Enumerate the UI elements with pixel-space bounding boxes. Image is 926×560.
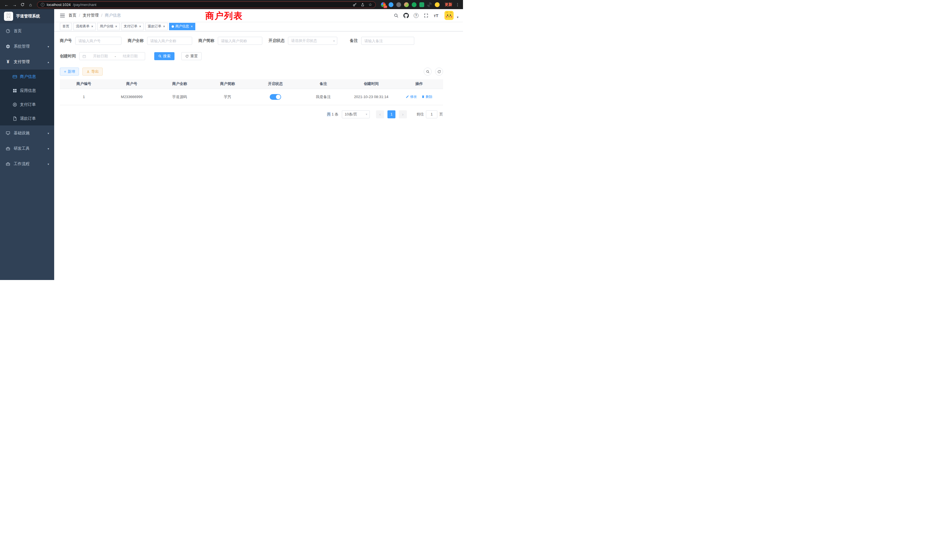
tab-user-group[interactable]: 用户分组 — [97, 23, 120, 30]
page-number-1[interactable]: 1 — [387, 110, 395, 118]
tab-close-icon[interactable] — [163, 25, 165, 28]
export-button[interactable]: 导出 — [82, 68, 103, 76]
page-size-select[interactable]: 10条/页 — [342, 110, 370, 118]
add-button[interactable]: 新增 — [60, 68, 79, 76]
sidebar-item-dev-tools[interactable]: 研发工具 — [0, 141, 54, 156]
tab-home[interactable]: 首页 — [60, 23, 72, 30]
browser-back-icon[interactable]: ← — [3, 1, 10, 8]
browser-home-icon[interactable]: ⌂ — [27, 1, 34, 8]
sidebar-item-workflow[interactable]: 工作流程 — [0, 156, 54, 172]
hamburger-icon[interactable] — [57, 11, 67, 20]
avatar-caret-icon[interactable] — [457, 15, 458, 19]
breadcrumb-home[interactable]: 首页 — [68, 13, 76, 18]
fullscreen-icon[interactable] — [422, 12, 430, 19]
extension-icon[interactable]: 10 — [381, 2, 386, 7]
address-bar[interactable]: localhost:1024 /pay/merchant — [37, 2, 376, 8]
payment-submenu: 商户信息 应用信息 支付订单 退款订单 — [0, 70, 54, 126]
sidebar-item-home[interactable]: 首页 — [0, 23, 54, 39]
sidebar-item-pay-order[interactable]: 支付订单 — [0, 97, 54, 112]
chevron-down-icon — [48, 45, 49, 48]
table-header-row: 商户编号 商户号 商户全称 商户简称 开启状态 备注 创建时间 操作 — [60, 79, 443, 89]
reset-button[interactable]: 重置 — [181, 52, 201, 60]
breadcrumb-payment[interactable]: 支付管理 — [83, 13, 98, 18]
sidebar-item-system[interactable]: 系统管理 — [0, 39, 54, 54]
tab-close-icon[interactable] — [139, 25, 141, 28]
extension-icon[interactable] — [412, 2, 416, 7]
url-path: /pay/merchant — [73, 3, 96, 7]
page-content: 商户号 商户全称 商户简称 开启状态 请选择开启状态 — [54, 31, 463, 280]
tab-refund-order[interactable]: 退款订单 — [145, 23, 168, 30]
extension-icon[interactable] — [389, 2, 393, 7]
status-select[interactable]: 请选择开启状态 — [288, 37, 337, 45]
url-host: localhost:1024 — [47, 3, 71, 7]
date-end-placeholder[interactable]: 结束日期 — [119, 54, 142, 59]
next-page-button[interactable] — [399, 110, 407, 118]
prev-page-button[interactable] — [376, 110, 384, 118]
col-short-name: 商户简称 — [204, 79, 251, 89]
cell-short-name: 芋艿 — [204, 89, 251, 105]
tab-pay-order[interactable]: 支付订单 — [121, 23, 144, 30]
merchant-no-label: 商户号 — [60, 38, 72, 43]
github-icon[interactable] — [402, 12, 410, 19]
goto-label: 前往 — [416, 112, 424, 117]
header-search-icon[interactable] — [392, 12, 400, 19]
site-info-icon[interactable] — [41, 3, 44, 6]
extension-badge: 10 — [383, 5, 387, 8]
breadcrumb-current: 商户信息 — [105, 13, 121, 18]
chevron-down-icon — [333, 39, 335, 42]
tab-process-form[interactable]: 流程表单 — [73, 23, 96, 30]
cell-full-name: 芋道源码 — [156, 89, 204, 105]
share-icon[interactable] — [361, 3, 365, 7]
search-button[interactable]: 搜索 — [154, 52, 174, 60]
merchant-no-input[interactable] — [75, 37, 121, 45]
extension-icon[interactable] — [435, 2, 440, 7]
col-merchant-no: 商户号 — [108, 79, 156, 89]
bookmark-star-icon[interactable] — [368, 2, 372, 7]
breadcrumb: 首页 / 支付管理 / 商户信息 — [68, 13, 121, 18]
extension-icon[interactable] — [427, 2, 432, 7]
delete-link[interactable]: 删除 — [421, 94, 433, 99]
remark-input[interactable] — [361, 37, 414, 45]
font-size-icon[interactable] — [432, 12, 440, 19]
edit-pencil-icon — [406, 95, 409, 98]
browser-menu-icon[interactable] — [455, 2, 460, 7]
avatar[interactable] — [445, 11, 454, 20]
col-actions: 操作 — [395, 79, 443, 89]
sidebar-item-app-info[interactable]: 应用信息 — [0, 83, 54, 97]
sidebar-item-infrastructure[interactable]: 基础设施 — [0, 126, 54, 141]
browser-update-button[interactable]: 更新 — [442, 2, 454, 7]
password-key-icon[interactable] — [353, 3, 357, 7]
extension-icon[interactable] — [396, 2, 401, 7]
edit-link[interactable]: 修改 — [406, 94, 417, 99]
sidebar-item-payment[interactable]: ¥ 支付管理 — [0, 54, 54, 70]
status-toggle[interactable] — [270, 94, 281, 100]
breadcrumb-separator: / — [101, 13, 102, 18]
short-name-input[interactable] — [218, 37, 262, 45]
goto-page-input[interactable] — [426, 110, 437, 118]
cell-create-time: 2021-10-23 08:31:14 — [347, 89, 395, 105]
tab-merchant-info[interactable]: 商户信息 — [169, 23, 195, 30]
help-icon[interactable] — [412, 12, 420, 19]
date-start-placeholder[interactable]: 开始日期 — [89, 54, 112, 59]
app-logo-row[interactable]: 芋道管理系统 — [0, 9, 54, 23]
extension-icon[interactable] — [419, 2, 424, 7]
full-name-input[interactable] — [147, 37, 192, 45]
tab-close-icon[interactable] — [115, 25, 117, 28]
status-label: 开启状态 — [269, 38, 284, 43]
sidebar-item-merchant-info[interactable]: 商户信息 — [0, 70, 54, 83]
tab-close-icon[interactable] — [191, 25, 193, 28]
search-icon — [158, 54, 162, 58]
tab-close-icon[interactable] — [91, 25, 93, 28]
app-logo — [4, 12, 13, 21]
col-remark: 备注 — [300, 79, 347, 89]
refresh-table-button[interactable] — [435, 68, 443, 76]
toggle-search-button[interactable] — [424, 68, 432, 76]
browser-reload-icon[interactable] — [19, 1, 26, 8]
briefcase-icon — [6, 162, 10, 166]
sidebar-item-refund-order[interactable]: 退款订单 — [0, 112, 54, 126]
browser-forward-icon[interactable]: → — [11, 1, 18, 8]
extension-icon[interactable] — [404, 2, 409, 7]
navbar-actions — [392, 11, 458, 20]
bank-card-icon — [12, 74, 17, 79]
date-range-picker[interactable]: 开始日期 - 结束日期 — [79, 52, 145, 60]
